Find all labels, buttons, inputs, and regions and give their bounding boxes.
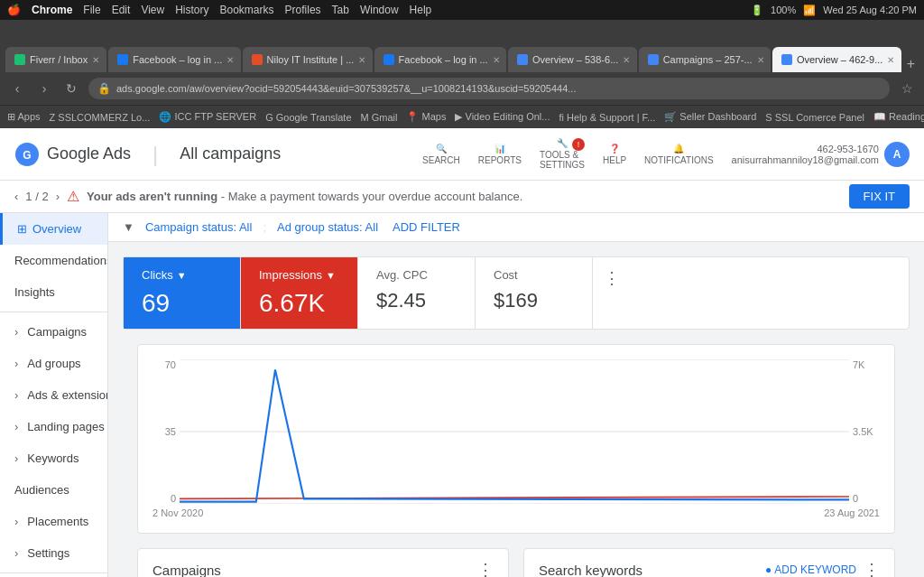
menubar-right: 🔋 100% 📶 Wed 25 Aug 4:20 PM: [751, 5, 917, 16]
chart-x-labels: 2 Nov 2020 23 Aug 2021: [152, 507, 880, 518]
alert-message: Your ads aren't running - Make a payment…: [87, 190, 522, 203]
clock: Wed 25 Aug 4:20 PM: [823, 5, 917, 15]
sidebar-item-ads[interactable]: Ads & extensions: [0, 379, 107, 411]
translate-bookmark[interactable]: G Google Translate: [265, 112, 351, 123]
fix-it-button[interactable]: FIX IT: [849, 184, 910, 209]
sidebar-item-insights[interactable]: Insights: [0, 276, 107, 308]
tab-campaigns[interactable]: Campaigns – 257-... ✕: [639, 47, 771, 72]
battery-icon: 🔋: [751, 5, 763, 16]
tools-notification-badge: !: [572, 138, 585, 151]
sidebar-keywords-label: Keywords: [27, 451, 79, 465]
menu-tab[interactable]: Tab: [332, 4, 349, 16]
reload-button[interactable]: ↻: [61, 81, 81, 96]
menu-profiles[interactable]: Profiles: [285, 4, 321, 16]
tab-close-icon[interactable]: ✕: [92, 55, 99, 65]
tab-close-icon[interactable]: ✕: [358, 55, 365, 65]
back-button[interactable]: ‹: [7, 81, 27, 96]
reports-action[interactable]: 📊 REPORTS: [478, 144, 522, 165]
gmail-bookmark[interactable]: M Gmail: [361, 112, 398, 123]
tab-close-icon[interactable]: ✕: [757, 55, 764, 65]
ssl-bookmark[interactable]: Z SSLCOMMERZ Lo...: [50, 112, 151, 123]
add-filter-button[interactable]: ADD FILTER: [393, 220, 460, 234]
metrics-more-button[interactable]: ⋮: [593, 257, 631, 329]
ssl-panel-bookmark[interactable]: S SSL Comerce Panel: [765, 112, 864, 123]
menu-history[interactable]: History: [175, 4, 208, 16]
y-right-3-5k: 3.5K: [853, 426, 873, 437]
header-separator: |: [152, 142, 158, 167]
notifications-action[interactable]: 🔔 NOTIFICATIONS: [644, 144, 713, 165]
metric-avg-cpc[interactable]: Avg. CPC $2.45: [358, 257, 476, 329]
sidebar-item-adgroups[interactable]: Ad groups: [0, 348, 107, 379]
sidebar-item-keywords[interactable]: Keywords: [0, 442, 107, 474]
bookmark-icon[interactable]: ☆: [897, 81, 917, 96]
menu-edit[interactable]: Edit: [112, 4, 131, 16]
menu-bookmarks[interactable]: Bookmarks: [220, 4, 274, 16]
sidebar-placements-label: Placements: [27, 515, 88, 528]
help-bookmark[interactable]: fi Help & Support | F...: [559, 112, 655, 123]
menu-file[interactable]: File: [83, 4, 100, 16]
tab-niloy[interactable]: Niloy IT Institute | ... ✕: [243, 47, 373, 72]
apple-menu[interactable]: 🍎: [7, 4, 21, 16]
tools-action[interactable]: 🔧 TOOLS &SETTINGS !: [540, 138, 585, 170]
overview-icon: ⊞: [17, 222, 27, 236]
reading-bookmark[interactable]: 📖 Reading List: [873, 111, 924, 123]
metric-clicks[interactable]: Clicks ▼ 69: [124, 257, 241, 329]
tab-facebook2[interactable]: Facebook – log in ... ✕: [374, 47, 506, 72]
campaigns-more-icon[interactable]: ⋮: [477, 560, 494, 577]
keywords-actions: ● ADD KEYWORD ⋮: [765, 560, 880, 577]
tab-close-icon[interactable]: ✕: [887, 55, 894, 65]
google-ads-logo: G Google Ads: [14, 142, 131, 167]
sidebar-item-recommendations[interactable]: Recommendations: [0, 245, 107, 276]
tools-label: TOOLS &SETTINGS: [540, 150, 585, 170]
avatar[interactable]: A: [884, 142, 910, 167]
tab-favicon: [648, 54, 659, 65]
campaign-status-filter[interactable]: Campaign status: All: [145, 220, 253, 234]
tab-close-icon[interactable]: ✕: [226, 55, 234, 65]
alert-detail: - Make a payment towards your overdue ac…: [217, 190, 522, 203]
sidebar-item-overview[interactable]: ⊞ Overview: [0, 213, 107, 245]
tab-fiverr[interactable]: Fiverr / Inbox ✕: [5, 47, 106, 72]
keywords-more-icon[interactable]: ⋮: [864, 560, 880, 577]
y-axis-right: 7K 3.5K 0: [849, 359, 880, 504]
maps-bookmark[interactable]: 📍 Maps: [406, 111, 446, 123]
prev-alert-button[interactable]: ‹: [14, 190, 18, 203]
tab-overview1[interactable]: Overview – 538-6... ✕: [508, 47, 637, 72]
sidebar-item-landing[interactable]: Landing pages: [0, 411, 107, 442]
adgroup-status-filter[interactable]: Ad group status: All: [277, 220, 378, 234]
seller-bookmark[interactable]: 🛒 Seller Dashboard: [664, 111, 756, 123]
forward-button[interactable]: ›: [34, 81, 54, 96]
apps-bookmark[interactable]: ⊞ Apps: [7, 111, 41, 123]
video-bookmark[interactable]: ▶ Video Editing Onl...: [455, 111, 550, 123]
header-actions: 🔍 SEARCH 📊 REPORTS 🔧 TOOLS &SETTINGS ! ❓…: [422, 138, 910, 170]
tab-close-icon[interactable]: ✕: [493, 55, 500, 65]
alert-message-bold: Your ads aren't running: [87, 190, 217, 203]
sidebar-item-placements[interactable]: Placements: [0, 506, 107, 537]
filter-icon: ▼: [123, 220, 134, 234]
sidebar: ⊞ Overview Recommendations Insights Camp…: [0, 213, 108, 577]
notifications-label: NOTIFICATIONS: [644, 155, 713, 165]
tab-close-icon[interactable]: ✕: [623, 55, 630, 65]
user-email: anisurrahmanniloy18@gmail.com: [732, 154, 879, 165]
help-action[interactable]: ❓ HELP: [603, 144, 626, 165]
menu-window[interactable]: Window: [360, 4, 399, 16]
cost-label: Cost: [494, 268, 574, 282]
search-action[interactable]: 🔍 SEARCH: [422, 144, 460, 165]
url-bar[interactable]: 🔒 ads.google.com/aw/overview?ocid=592054…: [88, 78, 890, 99]
alert-nav: ‹ 1 / 2 › ⚠ Your ads aren't running - Ma…: [14, 188, 522, 205]
menu-view[interactable]: View: [141, 4, 164, 16]
tab-overview2[interactable]: Overview – 462-9... ✕: [772, 47, 901, 72]
next-alert-button[interactable]: ›: [56, 190, 60, 203]
metric-impressions[interactable]: Impressions ▼ 6.67K: [241, 257, 358, 329]
ftp-bookmark[interactable]: 🌐 ICC FTP SERVER: [159, 111, 256, 123]
tab-label: Facebook – log in ...: [399, 54, 488, 65]
tab-facebook1[interactable]: Facebook – log in ... ✕: [108, 47, 240, 72]
sidebar-item-campaigns[interactable]: Campaigns: [0, 316, 107, 348]
sidebar-item-settings[interactable]: Settings: [0, 537, 107, 569]
menu-help[interactable]: Help: [410, 4, 432, 16]
new-tab-button[interactable]: +: [903, 56, 919, 72]
add-keyword-button[interactable]: ● ADD KEYWORD: [765, 563, 856, 576]
alert-error-icon: ⚠: [67, 188, 79, 205]
sidebar-item-audiences[interactable]: Audiences: [0, 474, 107, 506]
app-name[interactable]: Chrome: [32, 4, 72, 16]
metric-cost[interactable]: Cost $169: [476, 257, 593, 329]
